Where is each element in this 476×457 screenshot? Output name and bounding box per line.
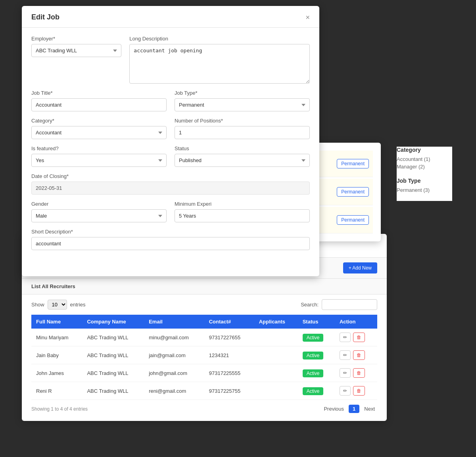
gender-group: Gender Male [31, 201, 167, 222]
cell-status: Active [298, 382, 335, 400]
list-all-label: List All Recruiters [31, 283, 75, 289]
minimum-experience-input[interactable] [175, 209, 310, 222]
status-badge: Active [303, 369, 324, 377]
status-select[interactable]: Published [175, 154, 310, 167]
short-description-input[interactable] [31, 237, 310, 250]
action-buttons: ✏ 🗑 [340, 333, 372, 342]
table-footer: Showing 1 to 4 of 4 entries Previous 1 N… [22, 400, 387, 413]
search-label: Search: [301, 302, 319, 308]
delete-button[interactable]: 🗑 [353, 368, 365, 378]
minimum-experience-label: Minimum Experi [175, 201, 310, 207]
cell-applicants [254, 382, 298, 400]
gender-label: Gender [31, 201, 167, 207]
number-of-positions-input[interactable] [175, 126, 310, 139]
status-group: Status Published [175, 145, 310, 167]
number-of-positions-group: Number of Positions* [175, 118, 310, 139]
table-row: Minu Mariyam ABC Trading WLL minu@gmail.… [31, 329, 377, 346]
showing-entries-text: Showing 1 to 4 of 4 entries [31, 406, 88, 412]
cell-fullname: Reni R [31, 382, 82, 400]
long-description-group: Long Description accountant job opening [129, 36, 310, 84]
short-description-group: Short Description* [31, 229, 310, 250]
cell-action: ✏ 🗑 [335, 346, 377, 364]
cell-fullname: Jain Baby [31, 346, 82, 364]
cell-company: ABC Trading WLL [82, 364, 144, 382]
long-description-label: Long Description [129, 36, 310, 42]
category-filter-title: Category [397, 147, 452, 153]
modal-header: Edit Job × [22, 6, 319, 28]
add-new-button[interactable]: + Add New [343, 262, 377, 273]
job-type-filter-title: Job Type [397, 178, 452, 184]
table-row: John James ABC Trading WLL john@gmail.co… [31, 364, 377, 382]
next-page-button[interactable]: Next [362, 405, 377, 413]
status-badge: Active [303, 387, 324, 395]
cell-action: ✏ 🗑 [335, 329, 377, 346]
long-description-textarea[interactable]: accountant job opening [129, 44, 310, 84]
pagination: Previous 1 Next [321, 405, 377, 413]
delete-button[interactable]: 🗑 [353, 333, 365, 342]
status-badge: Active [303, 334, 324, 342]
job-type-badge[interactable]: Permanent [337, 215, 369, 225]
th-company: Company Name [82, 315, 144, 329]
is-featured-group: Is featured? Yes [31, 145, 167, 167]
show-label: Show [31, 302, 44, 308]
cell-fullname: Minu Mariyam [31, 329, 82, 346]
filter-sidebar: Category Accountant (1) Manager (2) Job … [397, 147, 452, 201]
job-type-badge[interactable]: Permanent [337, 187, 369, 197]
job-type-badge[interactable]: Permanent [337, 159, 369, 168]
entries-select[interactable]: 10 [48, 300, 67, 310]
modal-body: Employer* ABC Trading WLL Long Descripti… [22, 28, 319, 264]
category-label: Category* [31, 118, 167, 124]
th-applicants: Applicants [254, 315, 298, 329]
status-badge: Active [303, 352, 324, 359]
job-type-select[interactable]: Permanent [175, 98, 310, 111]
form-row-3: Category* Accountant Number of Positions… [31, 118, 310, 139]
date-of-closing-label: Date of Closing* [31, 173, 310, 179]
list-all-bar: List All Recruiters [22, 279, 387, 294]
cell-company: ABC Trading WLL [82, 346, 144, 364]
form-row-6: Gender Male Minimum Experi [31, 201, 310, 222]
delete-button[interactable]: 🗑 [353, 386, 365, 396]
edit-job-modal: Edit Job × Employer* ABC Trading WLL Lon… [22, 6, 319, 276]
date-of-closing-value: 2022-05-31 [31, 182, 310, 195]
table-body: Minu Mariyam ABC Trading WLL minu@gmail.… [31, 329, 377, 400]
cell-applicants [254, 346, 298, 364]
job-title-input[interactable] [31, 98, 167, 111]
th-email: Email [144, 315, 204, 329]
search-box: Search: [301, 299, 377, 310]
cell-contact: 97317225555 [204, 364, 254, 382]
edit-button[interactable]: ✏ [340, 386, 351, 396]
employer-group: Employer* ABC Trading WLL [31, 36, 121, 84]
employer-select[interactable]: ABC Trading WLL [31, 44, 121, 57]
edit-button[interactable]: ✏ [340, 350, 351, 360]
date-of-closing-group: Date of Closing* 2022-05-31 [31, 173, 310, 195]
cell-contact: 97317225755 [204, 382, 254, 400]
status-label: Status [175, 145, 310, 151]
number-of-positions-label: Number of Positions* [175, 118, 310, 124]
th-status: Status [298, 315, 335, 329]
job-title-label: Job Title* [31, 90, 167, 96]
edit-button[interactable]: ✏ [340, 368, 351, 378]
search-input[interactable] [322, 299, 377, 310]
edit-button[interactable]: ✏ [340, 333, 351, 342]
cell-action: ✏ 🗑 [335, 382, 377, 400]
previous-page-button[interactable]: Previous [321, 405, 346, 413]
is-featured-select[interactable]: Yes [31, 154, 167, 167]
category-group: Category* Accountant [31, 118, 167, 139]
category-filter: Category Accountant (1) Manager (2) [397, 147, 452, 170]
filter-item-accountant[interactable]: Accountant (1) [397, 156, 452, 162]
cell-applicants [254, 364, 298, 382]
cell-email: john@gmail.com [144, 364, 204, 382]
short-description-label: Short Description* [31, 229, 310, 235]
form-row-1: Employer* ABC Trading WLL Long Descripti… [31, 36, 310, 84]
gender-select[interactable]: Male [31, 209, 167, 222]
filter-item-permanent[interactable]: Permanent (3) [397, 187, 452, 193]
is-featured-label: Is featured? [31, 145, 167, 151]
cell-email: reni@gmail.com [144, 382, 204, 400]
cell-status: Active [298, 329, 335, 346]
delete-button[interactable]: 🗑 [353, 350, 365, 360]
category-select[interactable]: Accountant [31, 126, 167, 139]
modal-close-button[interactable]: × [305, 14, 310, 21]
filter-item-manager[interactable]: Manager (2) [397, 164, 452, 170]
action-buttons: ✏ 🗑 [340, 386, 372, 396]
header-row: Full Name Company Name Email Contact# Ap… [31, 315, 377, 329]
